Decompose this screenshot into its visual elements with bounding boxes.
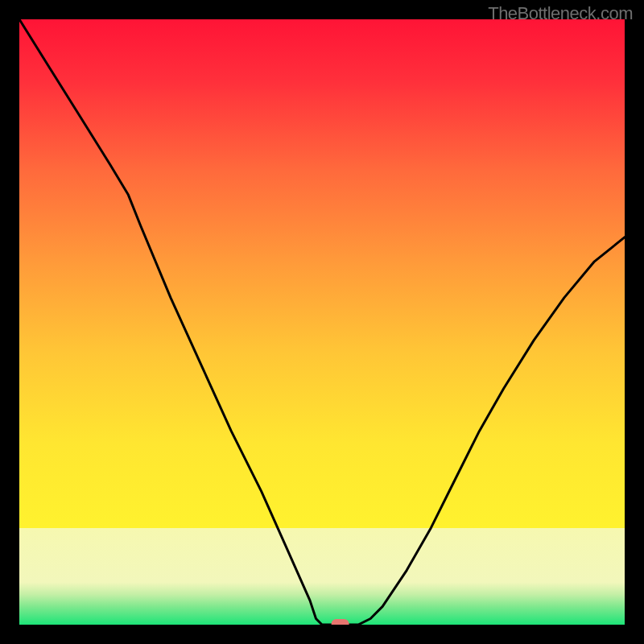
optimal-point-marker [332, 619, 349, 625]
marker-layer [332, 619, 349, 625]
chart-frame: TheBottleneck.com [0, 0, 644, 644]
gradient-background [19, 19, 625, 625]
bottleneck-chart [19, 19, 625, 625]
watermark-text: TheBottleneck.com [488, 3, 633, 24]
